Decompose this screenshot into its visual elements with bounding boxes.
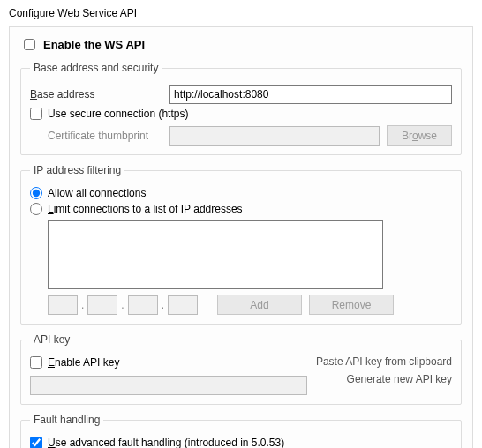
api-key-legend: API key [30,333,73,346]
dialog-title: Configure Web Service API [9,4,473,26]
ip-octet-2 [87,295,117,315]
ip-dot: . [81,299,84,311]
paste-api-key-link[interactable]: Paste API key from clipboard [316,353,452,370]
enable-api-key-label: Enable API key [48,356,119,369]
add-ip-button: Add [217,295,302,315]
cert-thumbprint-input [169,126,380,146]
base-address-label: Base address [30,88,162,101]
base-address-group: Base address and security Base address U… [20,62,462,155]
advanced-fault-checkbox[interactable] [30,437,42,448]
limit-list-radio[interactable] [30,203,42,215]
enable-ws-api-checkbox[interactable] [24,39,35,50]
main-panel: Enable the WS API Base address and secur… [9,26,473,448]
generate-api-key-link[interactable]: Generate new API key [316,370,452,388]
ip-filtering-legend: IP address filtering [30,164,124,176]
remove-ip-button: Remove [309,295,394,315]
fault-handling-group: Fault handling Use advanced fault handli… [20,414,462,448]
advanced-fault-label: Use advanced fault handling (introduced … [48,437,284,448]
cert-thumbprint-label: Certificate thumbprint [48,130,162,142]
use-secure-checkbox[interactable] [30,108,42,120]
allow-all-radio[interactable] [30,187,42,199]
ip-dot: . [162,299,164,311]
ip-dot: . [121,299,124,311]
fault-handling-legend: Fault handling [30,414,103,426]
allow-all-label: Allow all connections [48,187,146,199]
api-key-input [30,376,307,395]
ip-filtering-group: IP address filtering Allow all connectio… [20,164,462,325]
browse-button: Browse [387,125,452,146]
enable-api-key-checkbox[interactable] [30,356,42,369]
limit-list-label: Limit connections to a list of IP addres… [48,203,243,215]
enable-ws-api-label: Enable the WS API [43,38,145,51]
base-address-legend: Base address and security [30,62,162,74]
base-address-input[interactable] [169,85,452,104]
ip-address-listbox[interactable] [48,220,383,289]
ip-octet-3 [128,295,158,315]
api-key-group: API key Enable API key Paste API key fro… [20,333,462,405]
ip-octet-1 [48,295,78,315]
use-secure-label: Use secure connection (https) [48,108,188,120]
ip-octet-4 [168,295,198,315]
